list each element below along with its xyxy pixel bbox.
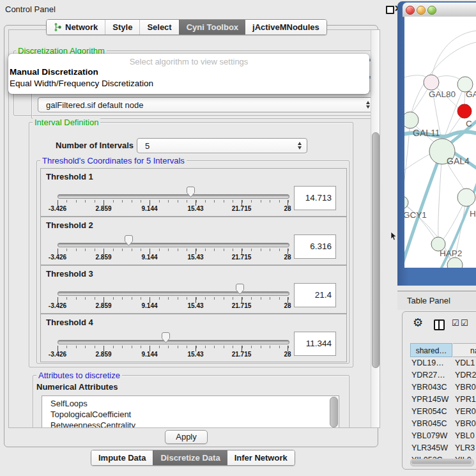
- table-panel-title: Table Panel: [407, 296, 450, 305]
- table-panel: ⚙ ☑ ☑ shared… name YDL19…YDL1 YDR27…YDR2…: [402, 311, 476, 470]
- slider-ticks: [58, 249, 289, 251]
- float-window-icon[interactable]: [386, 6, 394, 14]
- threshold-row: Threshold 3 -3.426 2.859 9.144 15.43 21.…: [40, 265, 347, 314]
- slider-ticks: [58, 297, 289, 300]
- threshold-row: Threshold 2 -3.426 2.859 9.144 15.43 21.…: [40, 217, 347, 265]
- tab-network[interactable]: Network: [47, 20, 105, 35]
- network-canvas[interactable]: GAL80 GA C GAL11 GAL4 GCY1 HA HAP2: [404, 17, 476, 268]
- node-label: GA: [466, 89, 476, 99]
- node-label: HAP2: [440, 249, 462, 258]
- threshold-value-field[interactable]: 11.344: [294, 332, 336, 356]
- num-intervals-value: 5: [145, 141, 150, 151]
- threshold-label: Threshold 3: [46, 269, 93, 279]
- split-columns-icon[interactable]: [434, 319, 445, 330]
- checkbox-column-icon[interactable]: ☑: [452, 318, 459, 328]
- tab-select[interactable]: Select: [139, 20, 178, 35]
- threshold-label: Threshold 2: [46, 220, 93, 230]
- node-gal80[interactable]: [424, 75, 439, 90]
- slider-thumb[interactable]: [235, 284, 245, 298]
- node-label: GAL11: [413, 128, 440, 138]
- top-tab-bar: Network Style Select Cyni Toolbox jActiv…: [46, 19, 327, 35]
- table-row[interactable]: YBR045CYBR0: [403, 418, 476, 430]
- combo-stepper-icon: [298, 142, 302, 150]
- app-root: Control Panel ✕ Network Style Select Cyn…: [0, 0, 476, 476]
- threshold-value-field[interactable]: 14.713: [294, 186, 336, 210]
- slider-thumb[interactable]: [124, 235, 134, 249]
- table-row[interactable]: YDL19…YDL1: [403, 357, 476, 369]
- network-graph: GAL80 GA C GAL11 GAL4 GCY1 HA HAP2: [404, 17, 476, 268]
- algorithm-dropdown-popup: Select algorithm to view settings Manual…: [8, 54, 369, 94]
- slider-thumb[interactable]: [161, 332, 171, 346]
- table-row[interactable]: YBR043CYBR0: [403, 381, 476, 394]
- zoom-traffic-light-icon[interactable]: [427, 6, 436, 15]
- num-intervals-label: Number of Intervals: [56, 141, 134, 150]
- tab-style[interactable]: Style: [105, 20, 139, 35]
- node-label: GCY1: [404, 210, 427, 220]
- settings-scrollbar[interactable]: [371, 30, 380, 427]
- table-row[interactable]: YBL079WYBL0: [403, 430, 476, 442]
- list-item[interactable]: TopologicalCoefficient: [42, 409, 339, 420]
- minimize-traffic-light-icon[interactable]: [417, 6, 426, 15]
- table-row[interactable]: YDR27…YDR2: [403, 369, 476, 381]
- tab-impute-data[interactable]: Impute Data: [91, 450, 153, 465]
- threshold-value-field[interactable]: 21.4: [294, 283, 336, 307]
- table-horizontal-scrollbar[interactable]: [410, 459, 474, 466]
- checkbox-column-icon[interactable]: ☑: [461, 318, 468, 328]
- slider-ticks: [58, 200, 289, 203]
- apply-button[interactable]: Apply: [165, 430, 208, 444]
- node-selected-red[interactable]: [457, 104, 472, 118]
- threshold-row: Threshold 1 -3.426 2.859 9.144 15.43 21.…: [40, 168, 347, 217]
- threshold-slider[interactable]: [58, 194, 289, 199]
- node-gal11[interactable]: [404, 112, 418, 128]
- interval-definition-title: Interval Definition: [33, 118, 100, 127]
- mouse-cursor: [390, 232, 397, 242]
- threshold-slider[interactable]: [58, 243, 289, 247]
- threshold-slider[interactable]: [58, 291, 289, 296]
- node-h[interactable]: [457, 188, 475, 206]
- threshold-row: Threshold 4 -3.426 2.859 9.144 15.43 21.…: [40, 314, 347, 362]
- tab-discretize-data[interactable]: Discretize Data: [153, 450, 227, 465]
- combo-stepper-icon: [366, 101, 370, 109]
- dropdown-prompt: Select algorithm to view settings: [8, 57, 369, 66]
- column-header-name[interactable]: name: [453, 343, 476, 357]
- list-item[interactable]: BetweennessCentrality: [42, 420, 339, 428]
- num-intervals-combobox[interactable]: 5: [137, 138, 307, 153]
- tab-network-label: Network: [65, 22, 98, 32]
- node-label: GAL4: [447, 156, 470, 166]
- node-label: C: [466, 119, 472, 128]
- threshold-label: Threshold 1: [46, 172, 93, 181]
- dropdown-option-equal-width[interactable]: Equal Width/Frequency Discretization: [10, 79, 153, 88]
- threshold-value-field[interactable]: 6.316: [294, 234, 336, 259]
- node-label: GAL80: [429, 89, 456, 99]
- slider-thumb[interactable]: [186, 187, 196, 201]
- table-row[interactable]: YER054CYER0: [403, 406, 476, 418]
- list-scrollbar[interactable]: [330, 397, 338, 427]
- tab-infer-network[interactable]: Infer Network: [227, 450, 295, 465]
- table-data-combobox[interactable]: galFiltered.sif default node: [38, 97, 376, 112]
- slider-ticks: [58, 346, 289, 348]
- table-row[interactable]: YLR345WYLR3: [403, 442, 476, 454]
- dropdown-option-manual[interactable]: Manual Discretization: [10, 67, 98, 77]
- thresholds-group-title: Threshold's Coordinates for 5 Intervals: [40, 156, 187, 165]
- network-icon: [54, 22, 62, 32]
- threshold-slider[interactable]: [58, 340, 289, 344]
- numerical-attributes-list[interactable]: SelfLoops TopologicalCoefficient Between…: [42, 395, 339, 428]
- network-window-titlebar[interactable]: [403, 3, 476, 17]
- column-header-shared-name[interactable]: shared…: [410, 343, 452, 357]
- panel-title: Control Panel: [5, 4, 56, 14]
- table-panel-bar: Table Panel: [397, 291, 476, 310]
- threshold-label: Threshold 4: [46, 318, 93, 327]
- gear-icon[interactable]: ⚙: [413, 316, 423, 330]
- tab-jactivemnodules[interactable]: jActiveMNodules: [245, 20, 326, 35]
- close-traffic-light-icon[interactable]: [406, 6, 415, 15]
- table-row[interactable]: YPR145WYPR1: [403, 394, 476, 406]
- table-horizontal-scrollbar-thumb[interactable]: [411, 460, 472, 464]
- list-item[interactable]: SelfLoops: [42, 398, 339, 409]
- settings-scrollbar-thumb[interactable]: [372, 132, 380, 368]
- node-label: HA: [470, 209, 476, 219]
- tab-cyni-toolbox[interactable]: Cyni Toolbox: [179, 20, 245, 35]
- table-data-combobox-value: galFiltered.sif default node: [46, 100, 143, 110]
- bottom-tab-bar: Impute Data Discretize Data Infer Networ…: [91, 450, 295, 466]
- numerical-attributes-label: Numerical Attributes: [36, 382, 118, 392]
- attributes-group-title: Attributes to discretize: [36, 371, 122, 380]
